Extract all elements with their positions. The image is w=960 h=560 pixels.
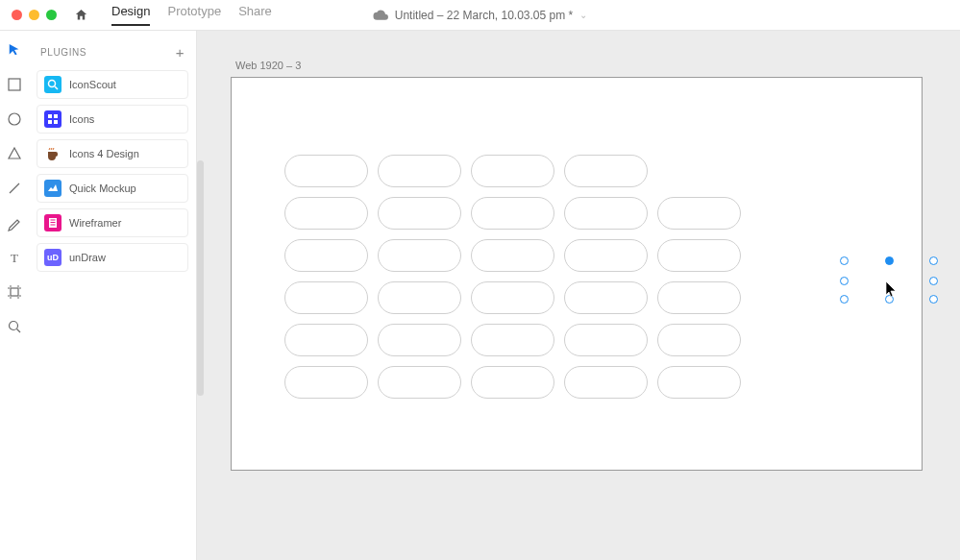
window-minimize-button[interactable]	[29, 10, 39, 20]
plugins-panel: PLUGINS + IconScoutIconsIcons 4 DesignQu…	[29, 31, 197, 560]
plugins-panel-header: PLUGINS +	[40, 44, 185, 61]
pill-shape[interactable]	[471, 197, 554, 230]
pill-shape[interactable]	[564, 324, 648, 356]
pill-shape[interactable]	[284, 197, 368, 230]
pill-shape[interactable]	[471, 366, 554, 399]
window-maximize-button[interactable]	[46, 10, 57, 20]
tab-design[interactable]: Design	[111, 4, 150, 26]
pill-shape[interactable]	[657, 324, 741, 356]
svg-point-1	[9, 113, 20, 125]
line-tool[interactable]	[7, 181, 22, 196]
svg-rect-19	[48, 120, 52, 124]
pill-shape[interactable]	[657, 366, 741, 399]
pill-shape[interactable]	[657, 197, 741, 230]
pill-shape[interactable]	[564, 366, 648, 399]
plugin-item[interactable]: Wireframer	[37, 208, 188, 237]
ellipse-tool[interactable]	[7, 111, 22, 127]
plugin-item[interactable]: Icons 4 Design	[37, 139, 188, 168]
pill-shape[interactable]	[284, 155, 368, 187]
tab-prototype[interactable]: Prototype	[167, 4, 221, 26]
chevron-down-icon: ⌄	[579, 10, 587, 20]
pill-grid	[284, 155, 869, 399]
plugin-item-label: IconScout	[69, 79, 116, 90]
svg-rect-23	[51, 222, 56, 223]
pill-shape[interactable]	[378, 366, 461, 399]
svg-rect-17	[48, 114, 52, 118]
rectangle-tool[interactable]	[7, 77, 22, 92]
iconscout-icon	[44, 76, 62, 93]
resize-handle-bm[interactable]	[885, 295, 894, 304]
document-title-text: Untitled – 22 March, 10.03.05 pm *	[395, 9, 573, 22]
plugins-panel-title: PLUGINS	[40, 47, 86, 58]
window-controls	[12, 10, 57, 20]
pill-shape[interactable]	[378, 324, 461, 356]
mockup-icon	[44, 180, 62, 197]
tab-share[interactable]: Share	[238, 4, 272, 26]
resize-handle-ml[interactable]	[840, 277, 849, 285]
pill-shape[interactable]	[378, 239, 461, 272]
plugin-item[interactable]: uDunDraw	[37, 243, 188, 272]
canvas-area[interactable]: Web 1920 – 3	[197, 31, 960, 560]
svg-rect-22	[51, 220, 56, 221]
tool-strip: T	[0, 31, 29, 560]
resize-handle-tm[interactable]	[885, 256, 894, 265]
svg-rect-4	[11, 288, 18, 296]
plugin-item[interactable]: IconScout	[37, 70, 188, 99]
selection-bounds	[844, 260, 934, 300]
svg-rect-24	[51, 225, 56, 226]
pill-shape[interactable]	[378, 281, 461, 314]
resize-handle-tl[interactable]	[840, 256, 849, 265]
pill-shape[interactable]	[657, 281, 741, 314]
window-close-button[interactable]	[12, 10, 22, 20]
titlebar: Design Prototype Share Untitled – 22 Mar…	[0, 0, 960, 31]
wireframer-icon	[44, 214, 62, 231]
undraw-icon: uD	[44, 249, 62, 266]
pill-shape[interactable]	[657, 239, 741, 272]
pill-shape[interactable]	[564, 239, 648, 272]
resize-handle-br[interactable]	[929, 295, 938, 304]
pill-shape[interactable]	[284, 239, 368, 272]
resize-handle-mr[interactable]	[929, 277, 938, 285]
svg-rect-20	[54, 120, 58, 124]
artboard-label[interactable]: Web 1920 – 3	[235, 60, 926, 71]
svg-text:T: T	[11, 251, 18, 265]
pill-shape[interactable]	[284, 281, 368, 314]
plugin-item-label: Wireframer	[69, 217, 121, 229]
pill-shape[interactable]	[284, 366, 368, 399]
mode-tabs: Design Prototype Share	[111, 4, 272, 26]
icons-plugin-icon	[44, 110, 62, 128]
plugin-item[interactable]: Quick Mockup	[37, 174, 188, 203]
pill-shape[interactable]	[378, 155, 461, 187]
resize-handle-tr[interactable]	[929, 256, 938, 265]
pill-shape[interactable]	[471, 324, 554, 356]
plugin-item-label: Quick Mockup	[69, 183, 136, 194]
add-plugin-button[interactable]: +	[176, 44, 185, 61]
text-tool[interactable]: T	[7, 250, 22, 265]
artboard-tool[interactable]	[7, 284, 22, 300]
plugin-item-label: Icons 4 Design	[69, 148, 139, 159]
pill-shape[interactable]	[471, 155, 554, 187]
pill-shape[interactable]	[564, 197, 648, 230]
pill-shape[interactable]	[471, 239, 554, 272]
plugin-item-label: Icons	[69, 113, 94, 125]
home-button[interactable]	[74, 8, 88, 22]
cloud-icon	[373, 10, 388, 20]
svg-point-15	[49, 81, 56, 87]
coffee-cup-icon	[44, 145, 62, 162]
artboard[interactable]	[231, 77, 923, 471]
vertical-scrollbar[interactable]	[197, 160, 204, 396]
pill-shape[interactable]	[564, 155, 648, 187]
document-title-dropdown[interactable]: Untitled – 22 March, 10.03.05 pm * ⌄	[373, 9, 587, 22]
selected-object[interactable]	[844, 260, 934, 300]
pen-tool[interactable]	[7, 215, 22, 231]
select-tool[interactable]	[7, 42, 22, 58]
resize-handle-bl[interactable]	[840, 295, 849, 304]
pill-shape[interactable]	[378, 197, 461, 230]
pill-shape[interactable]	[564, 281, 648, 314]
pill-shape[interactable]	[284, 324, 368, 356]
pill-shape[interactable]	[471, 281, 554, 314]
zoom-tool[interactable]	[7, 319, 22, 334]
svg-rect-0	[9, 79, 20, 90]
plugin-item[interactable]: Icons	[37, 105, 188, 134]
polygon-tool[interactable]	[7, 146, 22, 161]
